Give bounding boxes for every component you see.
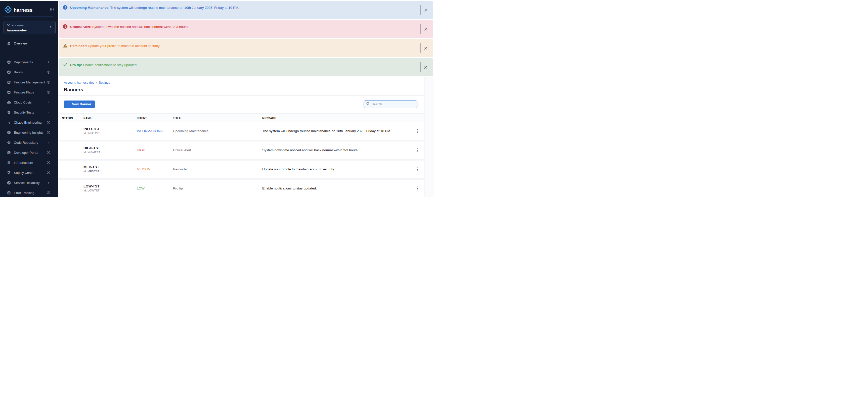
info-circle-icon bbox=[46, 120, 51, 124]
sidebar-item-overview[interactable]: Overview bbox=[0, 38, 58, 48]
deployments-icon bbox=[6, 60, 11, 64]
info-circle-icon bbox=[46, 80, 51, 84]
banner-reminder: Reminder: Update your profile to maintai… bbox=[59, 39, 433, 57]
name-cell: LOW-TST Id: LOWTST bbox=[84, 184, 137, 193]
sidebar-item-chaos-engineering[interactable]: Chaos Engineering bbox=[0, 117, 58, 127]
intent-cell: LOW bbox=[137, 187, 173, 190]
sidebar-item-feature-management[interactable]: Feature Management bbox=[0, 77, 58, 87]
message-cell: Enable notifications to stay updated. bbox=[262, 187, 414, 190]
banner-name: MED-TST bbox=[84, 165, 137, 169]
sidebar-item-builds[interactable]: Builds bbox=[0, 67, 58, 77]
message-cell: Update your profile to maintain account … bbox=[262, 167, 414, 171]
breadcrumb-settings-link[interactable]: Settings bbox=[99, 81, 110, 85]
sidebar-item-label: Deployments bbox=[14, 60, 46, 64]
sidebar-item-security-tests[interactable]: Security Tests bbox=[0, 107, 58, 117]
table-row: LOW-TST Id: LOWTST LOW Pro tip Enable no… bbox=[58, 180, 424, 197]
chevron-right-icon bbox=[46, 110, 51, 114]
sidebar-item-error-tracking[interactable]: Error Tracking bbox=[0, 188, 58, 197]
right-gutter bbox=[424, 77, 434, 197]
kebab-menu-icon[interactable] bbox=[414, 166, 421, 173]
close-icon[interactable] bbox=[421, 5, 431, 15]
breadcrumb-separator: › bbox=[96, 81, 97, 85]
close-icon[interactable] bbox=[421, 43, 431, 53]
info-circle-icon bbox=[46, 171, 51, 175]
chaos-engineering-icon bbox=[6, 120, 11, 125]
sidebar-item-label: Cloud Costs bbox=[14, 100, 46, 104]
column-header-title: TITLE bbox=[173, 117, 262, 120]
banner-message: Reminder: Update your profile to maintai… bbox=[70, 43, 421, 48]
chevron-right-icon bbox=[46, 100, 51, 104]
close-icon[interactable] bbox=[421, 62, 431, 72]
info-circle-icon bbox=[46, 191, 51, 195]
title-cell: Pro tip bbox=[173, 187, 262, 190]
infrastructure-icon bbox=[6, 160, 11, 165]
table-row: INFO-TST Id: INFOTST INFORMATIONAL Upcom… bbox=[58, 122, 424, 140]
supply-chain-icon bbox=[6, 170, 11, 175]
info-circle-icon bbox=[46, 70, 51, 74]
harness-logo-icon[interactable] bbox=[4, 5, 12, 15]
check-icon bbox=[63, 62, 68, 67]
title-cell: Upcoming Maintenance bbox=[173, 129, 262, 133]
kebab-menu-icon[interactable] bbox=[414, 147, 421, 154]
banner-id: Id: HIGHTST bbox=[84, 151, 137, 154]
sidebar-item-label: Service Reliability bbox=[14, 181, 46, 185]
app-grid-icon[interactable] bbox=[50, 7, 54, 13]
intent-cell: HIGH bbox=[137, 148, 173, 152]
account-scope-label: ACCOUNT bbox=[11, 24, 25, 27]
chevron-right-icon bbox=[49, 25, 52, 30]
plus-icon: + bbox=[68, 102, 70, 106]
banner-id: Id: INFOTST bbox=[84, 131, 137, 135]
chevron-right-icon bbox=[46, 180, 51, 185]
code-repository-icon bbox=[6, 140, 11, 145]
sidebar-item-label: Developer Portal bbox=[14, 151, 46, 155]
sidebar-item-feature-flags[interactable]: Feature Flags bbox=[0, 87, 58, 97]
sidebar-item-cloud-costs[interactable]: $ Cloud Costs bbox=[0, 97, 58, 107]
info-circle-icon bbox=[46, 90, 51, 94]
banner-name: INFO-TST bbox=[84, 127, 137, 131]
search-input[interactable] bbox=[372, 102, 415, 106]
developer-portal-icon bbox=[6, 150, 11, 155]
sidebar-item-label: Error Tracking bbox=[14, 191, 46, 195]
builds-icon bbox=[6, 70, 11, 74]
new-banner-button-label: New Banner bbox=[72, 102, 91, 106]
title-cell: Critical Alert bbox=[173, 148, 262, 152]
account-selector[interactable]: ACCOUNT harness-dev bbox=[3, 21, 56, 34]
banner-critical: Critical Alert: System downtime noticed … bbox=[59, 20, 433, 38]
column-header-status: STATUS bbox=[62, 117, 84, 120]
breadcrumb-account-link[interactable]: Account: harness-dev bbox=[64, 81, 94, 85]
engineering-insights-icon bbox=[6, 130, 11, 135]
column-header-intent: INTENT bbox=[137, 117, 173, 120]
banner-id: Id: LOWTST bbox=[84, 189, 137, 193]
close-icon[interactable] bbox=[421, 24, 431, 34]
service-reliability-icon bbox=[6, 180, 11, 185]
security-tests-icon bbox=[6, 110, 11, 114]
kebab-menu-icon[interactable] bbox=[414, 185, 421, 192]
sidebar-item-developer-portal[interactable]: Developer Portal bbox=[0, 147, 58, 158]
banner-message: Critical Alert: System downtime noticed … bbox=[70, 24, 421, 29]
cloud-costs-icon: $ bbox=[6, 100, 11, 104]
error-icon bbox=[63, 24, 68, 29]
column-header-message: MESSAGE bbox=[262, 117, 414, 120]
info-circle-icon bbox=[46, 130, 51, 134]
message-cell: System downtime noticed and will back no… bbox=[262, 148, 414, 152]
banner-pro-tip: Pro tip: Enable notifications to stay up… bbox=[59, 58, 433, 76]
sidebar-item-service-reliability[interactable]: Service Reliability bbox=[0, 178, 58, 188]
banner-message: Upcoming Maintenance: The system will un… bbox=[70, 5, 421, 10]
sidebar-item-supply-chain[interactable]: Supply Chain bbox=[0, 168, 58, 178]
app-window: harness bbox=[0, 0, 434, 197]
sidebar-item-deployments[interactable]: Deployments bbox=[0, 57, 58, 67]
new-banner-button[interactable]: + New Banner bbox=[64, 100, 95, 108]
info-circle-icon bbox=[46, 161, 51, 165]
sidebar-item-engineering-insights[interactable]: Engineering Insights bbox=[0, 127, 58, 137]
info-icon bbox=[63, 5, 68, 10]
sidebar-item-label: Engineering Insights bbox=[14, 131, 46, 134]
sidebar-item-label: Chaos Engineering bbox=[14, 121, 46, 124]
sidebar-item-infrastructure[interactable]: Infrastructure bbox=[0, 158, 58, 168]
kebab-menu-icon[interactable] bbox=[414, 128, 421, 135]
banner-label: Pro tip: bbox=[70, 63, 82, 67]
brand-accent-line bbox=[3, 17, 54, 17]
sidebar-item-code-repository[interactable]: Code Repository bbox=[0, 137, 58, 147]
table-row: HIGH-TST Id: HIGHTST HIGH Critical Alert… bbox=[58, 141, 424, 159]
banner-message: Pro tip: Enable notifications to stay up… bbox=[70, 62, 421, 67]
sidebar-item-label: Infrastructure bbox=[14, 161, 46, 165]
